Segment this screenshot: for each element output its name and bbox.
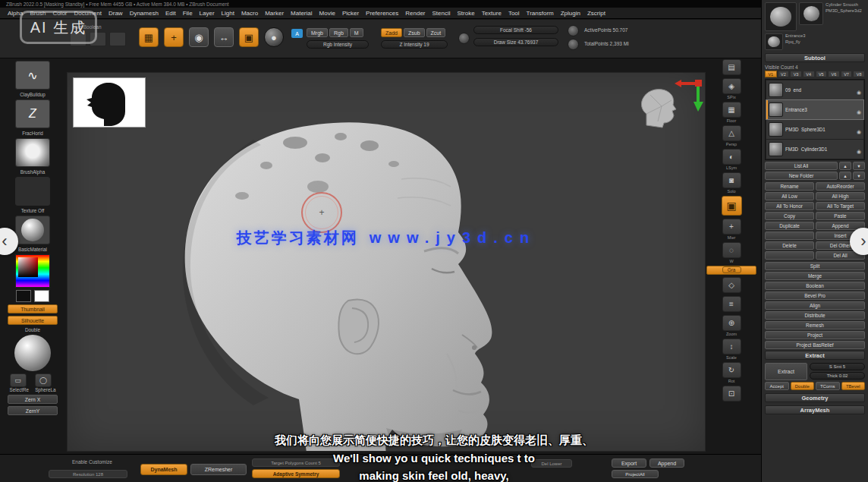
tool-thumbnail-1[interactable] xyxy=(765,2,797,31)
lightbox-button[interactable]: ▦ xyxy=(139,27,159,47)
menu-item[interactable]: Edit xyxy=(165,10,176,17)
extract-option-button[interactable]: Accept xyxy=(765,382,789,390)
draw-button[interactable]: ◉ xyxy=(189,27,209,47)
perspective-icon[interactable]: △ Persp xyxy=(722,125,741,146)
action-button-left[interactable]: Copy xyxy=(765,212,814,220)
operation-button[interactable]: Project xyxy=(765,331,865,339)
scroll-panel-icon[interactable]: ▤ xyxy=(722,59,741,76)
action-button-left[interactable]: All To Honor xyxy=(765,202,814,210)
eye-icon[interactable] xyxy=(857,83,861,97)
visibility-button[interactable]: V7 xyxy=(841,71,853,77)
focal-shift-slider[interactable]: Focal Shift -56 xyxy=(473,26,558,34)
operation-button[interactable]: Bevel Pro xyxy=(765,291,865,300)
transpose-icon[interactable]: + Mier xyxy=(722,219,741,240)
menu-item[interactable]: Tool xyxy=(508,10,520,17)
eye-icon[interactable] xyxy=(857,123,861,137)
visibility-button[interactable]: V2 xyxy=(778,71,790,77)
new-folder-button[interactable]: New Folder xyxy=(765,172,838,180)
scale-icon[interactable]: ↕ Scale xyxy=(722,339,741,360)
zoom-y-button[interactable]: ZernY xyxy=(8,406,58,415)
zcut-toggle[interactable]: Zcut xyxy=(426,28,446,37)
silhouette-button[interactable]: Silhouette xyxy=(8,316,58,325)
menu-item[interactable]: Zplugin xyxy=(561,10,580,17)
frame-icon[interactable]: ▣ xyxy=(722,196,742,216)
operation-button[interactable]: Remesh xyxy=(765,321,865,329)
draw-size-slider[interactable]: Draw Size 43.76937 xyxy=(473,38,558,46)
select-rect-icon[interactable]: ▭ xyxy=(10,373,27,387)
action-button-right[interactable]: AutoReorder xyxy=(816,182,865,191)
visibility-button[interactable]: V4 xyxy=(803,71,815,77)
menu-item[interactable]: Dynamesh xyxy=(130,10,159,17)
viewport-canvas[interactable]: + xyxy=(67,72,706,452)
list-all-button[interactable]: List All xyxy=(765,162,838,170)
alpha-thumbnail[interactable] xyxy=(15,138,50,167)
menu-item[interactable]: Zscript xyxy=(587,10,605,17)
menu-item[interactable]: Stencil xyxy=(432,10,451,17)
brush-slot-button[interactable]: ▣ xyxy=(239,27,259,47)
folder-down-button[interactable]: ▼ xyxy=(853,172,865,180)
axis-gizmo[interactable] xyxy=(675,74,703,112)
action-button-left[interactable]: Duplicate xyxy=(765,222,814,230)
menu-item[interactable]: Draw xyxy=(108,10,123,17)
extract-option-button[interactable]: Double xyxy=(791,382,815,390)
rgb-intensity-slider[interactable]: Rgb Intensity xyxy=(307,40,369,49)
extract-button[interactable]: Extract xyxy=(765,363,807,380)
visibility-button[interactable]: V8 xyxy=(853,71,865,77)
menu-item[interactable]: Marker xyxy=(265,10,284,17)
menu-item[interactable]: Transform xyxy=(527,10,554,17)
operation-button[interactable]: Project BasRelief xyxy=(765,341,865,349)
quick-slot-3[interactable] xyxy=(109,32,126,46)
z-intensity-slider[interactable]: Z Intensity 19 xyxy=(381,40,448,49)
action-button-left[interactable]: Rename xyxy=(765,182,814,191)
rgb-toggle[interactable]: Rgb xyxy=(329,28,348,37)
sphere-lasso-icon[interactable]: ◯ xyxy=(35,373,52,387)
rotate-view-icon[interactable]: ↻ Rot xyxy=(722,362,741,383)
FM3D_Cylinder3D1[interactable]: FM3D_Cylinder3D1 xyxy=(766,140,863,159)
action-button-right[interactable]: All To Target xyxy=(816,202,865,210)
operation-button[interactable]: Split xyxy=(765,262,865,270)
09_end[interactable]: 09_end xyxy=(766,80,863,99)
m-toggle[interactable]: M xyxy=(350,28,363,37)
move-button[interactable]: ↔ xyxy=(214,27,234,47)
zadd-toggle[interactable]: Zadd xyxy=(381,28,402,37)
arraymesh-header[interactable]: ArrayMesh xyxy=(765,405,865,414)
menu-item[interactable]: Macro xyxy=(241,10,258,17)
action-button-right[interactable]: Paste xyxy=(816,212,865,220)
menu-item[interactable]: Light xyxy=(222,10,234,17)
gyro-icon[interactable]: ◇ xyxy=(722,277,741,294)
focal-knob-icon[interactable] xyxy=(458,33,470,44)
spix-icon[interactable]: ◈ SPix xyxy=(722,78,741,99)
mrgb-toggle[interactable]: Mrgb xyxy=(307,28,328,37)
color-picker[interactable] xyxy=(15,254,50,288)
zoom-x-button[interactable]: Zern X xyxy=(8,395,58,404)
menu-item[interactable]: Picker xyxy=(342,10,359,17)
material-thumbnail[interactable] xyxy=(15,216,50,244)
operation-button[interactable]: Merge xyxy=(765,272,865,280)
folder-up-button[interactable]: ▲ xyxy=(839,172,851,180)
extract-option-button[interactable]: TCorns xyxy=(816,382,840,390)
swatch-black[interactable] xyxy=(16,290,31,302)
action-button-left[interactable]: All Low xyxy=(765,192,814,200)
material-preview-sphere[interactable] xyxy=(14,335,51,371)
action-button-right[interactable]: All High xyxy=(816,192,865,200)
Entrance3[interactable]: Entrance3 xyxy=(766,100,863,119)
color-chip[interactable]: A xyxy=(291,29,303,38)
layers-icon[interactable]: ≡ xyxy=(722,296,741,313)
brush-thumbnail[interactable]: ∿ xyxy=(15,61,50,90)
menu-item[interactable]: Layer xyxy=(200,10,215,17)
ghost-transparency-icon[interactable]: ◌ W xyxy=(722,242,741,263)
move-down-button[interactable]: ▼ xyxy=(853,162,865,170)
PM3D_Sphere3D1[interactable]: PM3D_Sphere3D1 xyxy=(766,120,863,139)
visibility-button[interactable]: V1 xyxy=(765,71,777,77)
action-button-left[interactable] xyxy=(765,251,814,260)
menu-item[interactable]: Movie xyxy=(319,10,335,17)
extract-option-button[interactable]: TBevel xyxy=(841,382,866,390)
s-smt-slider[interactable]: S Smt 5 xyxy=(810,363,865,370)
action-button-left[interactable]: Delete xyxy=(765,241,814,250)
tool-thumbnail-3[interactable] xyxy=(765,33,783,50)
solo-icon[interactable]: ◙ Solo xyxy=(722,172,741,194)
geometry-header[interactable]: Geometry xyxy=(765,393,865,402)
visibility-button[interactable]: V3 xyxy=(790,71,802,77)
menu-item[interactable]: Render xyxy=(405,10,425,17)
action-button-left[interactable] xyxy=(765,232,814,240)
